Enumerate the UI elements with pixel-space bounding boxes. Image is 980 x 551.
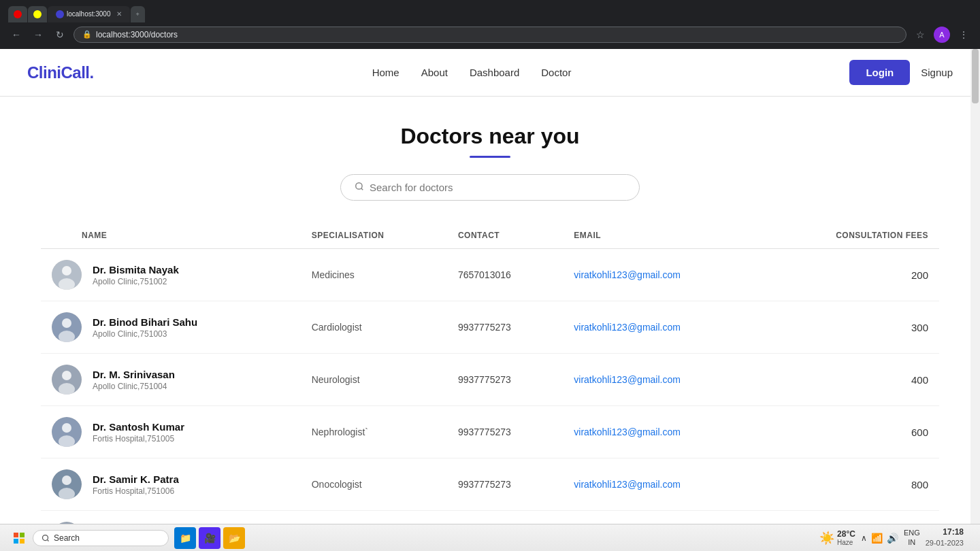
chevron-up-icon[interactable]: ∧ xyxy=(861,533,867,543)
doctor-email-cell: viratkohli123@gmail.com xyxy=(563,406,762,458)
browser-tab[interactable] xyxy=(28,6,47,22)
browser-tab[interactable] xyxy=(8,6,27,22)
doctor-fees: 600 xyxy=(762,406,939,458)
doctor-avatar xyxy=(52,469,82,499)
back-button[interactable]: ← xyxy=(8,27,24,43)
doctor-avatar xyxy=(52,312,82,342)
taskbar-search-box[interactable]: Search xyxy=(33,530,169,546)
table-row[interactable]: Dr. M. Srinivasan Apollo Clinic,751004 N… xyxy=(41,354,939,406)
network-icon: 📶 xyxy=(871,533,883,544)
taskbar-app-explorer[interactable]: 📁 xyxy=(174,527,196,549)
table-row[interactable]: Dr. Binod Bihari Sahu Apollo Clinic,7510… xyxy=(41,301,939,354)
doctor-contact: 9937775273 xyxy=(447,301,563,354)
table-row[interactable]: Dr. Samir K. Patra Fortis Hospital,75100… xyxy=(41,458,939,511)
nav-doctor[interactable]: Doctor xyxy=(541,67,571,78)
taskbar-app-teams[interactable]: 🎥 xyxy=(199,527,220,549)
bookmark-button[interactable]: ☆ xyxy=(912,27,928,43)
search-container xyxy=(41,174,939,201)
clock-time: 17:18 xyxy=(926,527,964,538)
main-content: Doctors near you NAME SPECIALISATION xyxy=(0,97,980,551)
col-specialisation: SPECIALISATION xyxy=(301,222,447,249)
reload-button[interactable]: ↻ xyxy=(52,27,68,43)
weather-widget: ☀️ 28°C Haze xyxy=(819,529,855,546)
doctor-clinic: Fortis Hospital,751005 xyxy=(93,434,184,444)
doctors-table: NAME SPECIALISATION CONTACT EMAIL CONSUL… xyxy=(41,222,939,551)
doctor-contact: 9937775273 xyxy=(447,458,563,511)
nav-about[interactable]: About xyxy=(421,67,448,78)
app-window: CliniCall. Home About Dashboard Doctor L… xyxy=(0,49,980,551)
doctor-email[interactable]: viratkohli123@gmail.com xyxy=(574,427,681,437)
doctor-clinic: Apollo Clinic,751004 xyxy=(93,382,175,391)
doctor-specialisation: Medicines xyxy=(301,249,447,301)
search-box[interactable] xyxy=(340,174,640,201)
doctor-email-cell: viratkohli123@gmail.com xyxy=(563,301,762,354)
doctor-avatar xyxy=(52,417,82,447)
weather-info: 28°C Haze xyxy=(837,529,855,546)
doctor-avatar xyxy=(52,365,82,395)
doctor-name-cell: Dr. M. Srinivasan Apollo Clinic,751004 xyxy=(41,354,301,406)
nav-home[interactable]: Home xyxy=(372,67,399,78)
doctor-email[interactable]: viratkohli123@gmail.com xyxy=(574,269,681,280)
svg-point-15 xyxy=(62,475,71,485)
doctor-name: Dr. Binod Bihari Sahu xyxy=(93,316,197,328)
doctor-email[interactable]: viratkohli123@gmail.com xyxy=(574,374,681,385)
menu-button[interactable]: ⋮ xyxy=(956,27,972,43)
heading-underline xyxy=(470,156,510,158)
search-icon xyxy=(355,182,364,193)
active-browser-tab[interactable]: localhost:3000 ✕ xyxy=(48,6,130,22)
col-contact: CONTACT xyxy=(447,222,563,249)
table-row[interactable]: Dr. Bismita Nayak Apollo Clinic,751002 M… xyxy=(41,249,939,301)
locale-info: ENG IN xyxy=(904,529,920,546)
doctor-name-cell: Dr. Samir K. Patra Fortis Hospital,75100… xyxy=(41,458,301,511)
table-header: NAME SPECIALISATION CONTACT EMAIL CONSUL… xyxy=(41,222,939,249)
svg-line-21 xyxy=(47,539,48,541)
svg-line-1 xyxy=(361,188,363,190)
doctor-email[interactable]: viratkohli123@gmail.com xyxy=(574,322,681,333)
address-bar[interactable]: 🔒 localhost:3000/doctors xyxy=(74,27,906,43)
doctor-name-cell: Dr. Bismita Nayak Apollo Clinic,751002 xyxy=(41,249,301,301)
doctor-clinic: Apollo Clinic,751002 xyxy=(93,277,179,286)
navbar: CliniCall. Home About Dashboard Doctor L… xyxy=(0,49,980,97)
doctor-avatar xyxy=(52,260,82,290)
logo[interactable]: CliniCall. xyxy=(27,63,94,82)
signup-button[interactable]: Signup xyxy=(921,67,953,78)
table-row[interactable]: Dr. Santosh Kumar Fortis Hospital,751005… xyxy=(41,406,939,458)
svg-point-6 xyxy=(62,318,71,328)
forward-button[interactable]: → xyxy=(30,27,46,43)
doctor-contact: 7657013016 xyxy=(447,249,563,301)
col-fees: CONSULTATION FEES xyxy=(762,222,939,249)
doctor-contact: 9937775273 xyxy=(447,406,563,458)
svg-point-20 xyxy=(43,535,48,540)
doctor-email-cell: viratkohli123@gmail.com xyxy=(563,354,762,406)
doctors-list: Dr. Bismita Nayak Apollo Clinic,751002 M… xyxy=(41,249,939,552)
browser-tabs: localhost:3000 ✕ + xyxy=(8,4,972,24)
search-input[interactable] xyxy=(370,182,625,193)
doctor-fees: 200 xyxy=(762,249,939,301)
taskbar-app-folder[interactable]: 📂 xyxy=(223,527,245,549)
doctor-email-cell: viratkohli123@gmail.com xyxy=(563,249,762,301)
browser-tab[interactable]: + xyxy=(131,6,145,22)
doctor-name: Dr. M. Srinivasan xyxy=(93,369,175,380)
profile-button[interactable]: A xyxy=(934,27,950,43)
logo-black: Clini xyxy=(27,63,61,82)
taskbar-search-label: Search xyxy=(54,533,80,543)
clock-widget: 17:18 29-01-2023 xyxy=(926,527,964,548)
taskbar-search-icon xyxy=(42,534,50,542)
doctor-fees: 400 xyxy=(762,354,939,406)
scrollbar-track[interactable] xyxy=(970,49,980,524)
scrollbar-thumb[interactable] xyxy=(972,49,979,103)
clock-date: 29-01-2023 xyxy=(926,538,964,548)
doctor-specialisation: Cardiologist xyxy=(301,301,447,354)
logo-blue: Call. xyxy=(61,63,94,82)
start-button[interactable] xyxy=(8,527,30,549)
col-name: NAME xyxy=(41,222,301,249)
weather-temp: 28°C xyxy=(837,529,855,539)
svg-point-12 xyxy=(62,423,71,433)
doctor-contact: 9937775273 xyxy=(447,354,563,406)
doctor-clinic: Fortis Hospital,751006 xyxy=(93,486,179,496)
doctor-fees: 800 xyxy=(762,458,939,511)
svg-point-9 xyxy=(62,371,71,380)
nav-dashboard[interactable]: Dashboard xyxy=(470,67,519,78)
login-button[interactable]: Login xyxy=(849,60,910,85)
doctor-email[interactable]: viratkohli123@gmail.com xyxy=(574,479,681,490)
